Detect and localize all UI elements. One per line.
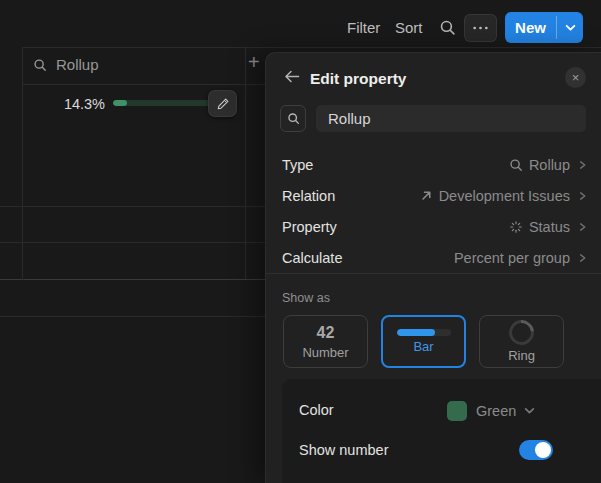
property-row[interactable]: Property Status bbox=[282, 211, 587, 242]
column-right-border bbox=[245, 47, 246, 279]
bar-preview-icon bbox=[397, 329, 451, 336]
chevron-down-icon bbox=[565, 24, 576, 32]
ring-preview-icon bbox=[504, 315, 539, 350]
close-button[interactable]: × bbox=[565, 67, 586, 88]
chevron-down-icon[interactable] bbox=[524, 407, 535, 415]
close-icon: × bbox=[572, 71, 580, 84]
column-header-label: Rollup bbox=[56, 56, 99, 73]
new-dropdown-button[interactable] bbox=[557, 12, 583, 43]
edit-cell-button[interactable] bbox=[208, 90, 237, 117]
ellipsis-icon bbox=[473, 26, 488, 30]
color-label: Color bbox=[299, 402, 334, 418]
back-button[interactable] bbox=[284, 70, 300, 83]
calculate-value: Percent per group bbox=[454, 250, 587, 266]
group-border bbox=[0, 279, 265, 280]
filter-button[interactable]: Filter bbox=[347, 19, 380, 36]
row-border bbox=[0, 316, 265, 317]
rollup-search-icon bbox=[509, 158, 523, 172]
number-preview: 42 bbox=[317, 324, 335, 342]
calculate-row[interactable]: Calculate Percent per group bbox=[282, 242, 587, 273]
panel-title: Edit property bbox=[310, 70, 406, 88]
search-icon bbox=[287, 112, 300, 125]
show-as-options: 42 Number Bar Ring bbox=[283, 315, 564, 368]
row-border bbox=[0, 206, 265, 207]
table-top-border bbox=[22, 47, 601, 48]
pencil-icon bbox=[216, 97, 230, 111]
toggle-knob bbox=[535, 442, 551, 458]
rollup-percent-value: 14.3% bbox=[40, 96, 105, 112]
show-number-label: Show number bbox=[299, 442, 388, 458]
property-icon-button[interactable] bbox=[280, 105, 306, 132]
column-left-border bbox=[22, 47, 23, 280]
property-value: Status bbox=[509, 219, 587, 235]
chevron-right-icon bbox=[578, 253, 587, 263]
show-as-bar-option[interactable]: Bar bbox=[381, 315, 466, 368]
type-row[interactable]: Type Rollup bbox=[282, 149, 587, 180]
color-value[interactable]: Green bbox=[476, 403, 516, 419]
notion-workspace: Filter Sort New Rollup + 14.3% Edit pr bbox=[0, 0, 601, 483]
status-spinner-icon bbox=[509, 220, 523, 234]
show-as-ring-option[interactable]: Ring bbox=[479, 315, 564, 368]
more-options-button[interactable] bbox=[464, 14, 497, 42]
search-icon[interactable] bbox=[439, 19, 456, 36]
show-number-toggle[interactable] bbox=[519, 440, 553, 460]
relation-value: Development Issues bbox=[420, 188, 587, 204]
chevron-right-icon bbox=[578, 160, 587, 170]
relation-row[interactable]: Relation Development Issues bbox=[282, 180, 587, 211]
rollup-progress-fill bbox=[113, 100, 127, 106]
type-value-text: Rollup bbox=[529, 157, 570, 173]
type-label: Type bbox=[282, 157, 313, 173]
number-option-label: Number bbox=[302, 345, 348, 360]
column-header-rollup[interactable]: Rollup bbox=[33, 56, 99, 73]
calculate-value-text: Percent per group bbox=[454, 250, 570, 266]
bar-option-label: Bar bbox=[413, 339, 433, 354]
show-as-label: Show as bbox=[282, 291, 330, 305]
property-name-input[interactable] bbox=[316, 105, 586, 132]
edit-property-panel: Edit property × Type Rollup Relation Dev… bbox=[265, 52, 601, 483]
arrow-left-icon bbox=[284, 70, 300, 83]
row-border bbox=[0, 242, 265, 243]
sort-button[interactable]: Sort bbox=[395, 19, 423, 36]
relation-arrow-icon bbox=[420, 189, 433, 202]
relation-value-text: Development Issues bbox=[439, 188, 570, 204]
new-button-group: New bbox=[505, 12, 583, 43]
relation-label: Relation bbox=[282, 188, 335, 204]
ring-option-label: Ring bbox=[508, 348, 535, 363]
rollup-search-icon bbox=[33, 58, 47, 72]
property-value-text: Status bbox=[529, 219, 570, 235]
color-swatch bbox=[447, 401, 467, 421]
property-name-row bbox=[280, 105, 586, 132]
bar-settings-card: Color Green Show number bbox=[282, 379, 601, 483]
calculate-label: Calculate bbox=[282, 250, 342, 266]
rollup-progress-bar bbox=[113, 100, 210, 106]
property-label: Property bbox=[282, 219, 337, 235]
add-column-button[interactable]: + bbox=[248, 52, 260, 72]
new-button[interactable]: New bbox=[505, 12, 556, 43]
section-divider bbox=[266, 273, 601, 274]
header-bottom-border bbox=[22, 84, 265, 85]
type-value: Rollup bbox=[509, 157, 587, 173]
chevron-right-icon bbox=[578, 191, 587, 201]
show-as-number-option[interactable]: 42 Number bbox=[283, 315, 368, 368]
chevron-right-icon bbox=[578, 222, 587, 232]
